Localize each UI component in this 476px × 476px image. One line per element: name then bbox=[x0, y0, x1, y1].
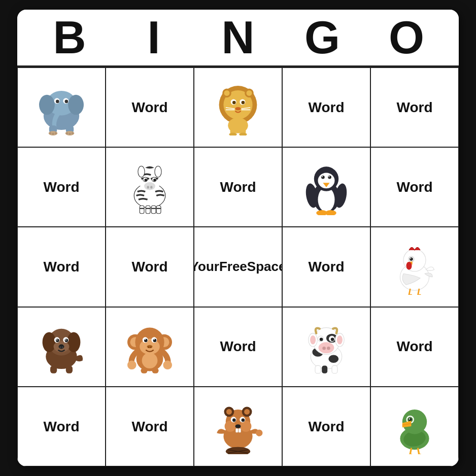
svg-rect-113 bbox=[152, 368, 158, 373]
svg-point-17 bbox=[72, 132, 74, 134]
word-cell-4-3[interactable]: Word bbox=[282, 387, 370, 466]
svg-point-160 bbox=[408, 427, 421, 432]
svg-rect-130 bbox=[315, 366, 321, 373]
svg-rect-50 bbox=[146, 206, 150, 213]
svg-point-66 bbox=[328, 176, 329, 177]
monkey-icon bbox=[122, 319, 178, 375]
elephant-icon bbox=[33, 80, 89, 135]
free-space-text: Space bbox=[247, 259, 282, 275]
svg-point-43 bbox=[145, 179, 148, 182]
word-cell-4-1[interactable]: Word bbox=[106, 387, 194, 466]
svg-point-12 bbox=[49, 132, 51, 134]
svg-point-116 bbox=[328, 355, 338, 363]
svg-point-2 bbox=[39, 94, 55, 115]
svg-point-44 bbox=[153, 179, 156, 182]
svg-point-103 bbox=[153, 339, 157, 343]
duck-icon bbox=[387, 398, 443, 454]
svg-point-22 bbox=[232, 100, 236, 104]
cell-3-0[interactable] bbox=[17, 307, 106, 387]
dog-icon bbox=[33, 319, 89, 375]
svg-point-108 bbox=[150, 347, 152, 348]
letter-g: G bbox=[282, 15, 363, 60]
svg-point-119 bbox=[319, 342, 334, 353]
svg-point-46 bbox=[150, 186, 152, 189]
svg-point-75 bbox=[410, 258, 411, 259]
word-cell-3-4[interactable]: Word bbox=[370, 307, 459, 387]
word-cell-2-0[interactable]: Word bbox=[17, 227, 106, 307]
word-cell-0-4[interactable]: Word bbox=[370, 67, 459, 147]
svg-rect-92 bbox=[66, 366, 73, 373]
cell-0-0[interactable] bbox=[17, 67, 106, 147]
word-cell-0-1[interactable]: Word bbox=[106, 67, 194, 147]
cell-3-3[interactable] bbox=[282, 307, 370, 387]
svg-rect-132 bbox=[322, 366, 327, 373]
svg-point-3 bbox=[68, 94, 84, 115]
cell-2-2[interactable]: YourFreeSpace bbox=[194, 227, 282, 307]
cell-1-3[interactable] bbox=[282, 147, 370, 227]
svg-rect-91 bbox=[50, 366, 57, 373]
word-cell-1-4[interactable]: Word bbox=[370, 147, 459, 227]
svg-point-24 bbox=[235, 107, 241, 110]
svg-point-6 bbox=[56, 99, 59, 103]
svg-point-65 bbox=[322, 176, 323, 177]
svg-point-88 bbox=[59, 345, 64, 349]
cell-4-4[interactable] bbox=[370, 387, 459, 466]
svg-point-129 bbox=[337, 335, 343, 345]
cell-2-4[interactable] bbox=[370, 227, 459, 307]
svg-point-135 bbox=[225, 421, 236, 432]
letter-n: N bbox=[197, 15, 279, 60]
svg-point-80 bbox=[67, 332, 80, 353]
word-cell-4-0[interactable]: Word bbox=[17, 387, 106, 466]
svg-point-40 bbox=[144, 182, 155, 190]
letter-i: I bbox=[113, 15, 194, 60]
svg-point-86 bbox=[56, 339, 57, 341]
svg-point-104 bbox=[145, 339, 146, 340]
cell-3-1[interactable] bbox=[106, 307, 194, 387]
svg-point-31 bbox=[224, 90, 230, 95]
svg-point-145 bbox=[235, 425, 241, 429]
word-cell-0-3[interactable]: Word bbox=[282, 67, 370, 147]
word-cell-1-0[interactable]: Word bbox=[17, 147, 106, 227]
cow-icon bbox=[298, 319, 354, 375]
svg-point-109 bbox=[142, 353, 158, 368]
word-cell-2-1[interactable]: Word bbox=[106, 227, 194, 307]
svg-point-79 bbox=[43, 332, 56, 353]
svg-rect-112 bbox=[141, 368, 147, 373]
svg-point-13 bbox=[52, 132, 54, 134]
svg-rect-51 bbox=[151, 206, 156, 213]
svg-point-23 bbox=[242, 100, 245, 104]
svg-point-120 bbox=[322, 347, 326, 350]
svg-point-37 bbox=[239, 132, 247, 135]
word-cell-2-3[interactable]: Word bbox=[282, 227, 370, 307]
svg-point-102 bbox=[144, 339, 148, 343]
svg-point-151 bbox=[256, 430, 262, 436]
svg-point-47 bbox=[138, 166, 145, 177]
svg-point-32 bbox=[247, 90, 252, 95]
svg-rect-49 bbox=[140, 206, 144, 213]
letter-o: O bbox=[366, 15, 447, 60]
cell-0-2[interactable] bbox=[194, 67, 282, 147]
svg-point-7 bbox=[65, 99, 69, 103]
svg-point-140 bbox=[244, 409, 250, 415]
svg-point-107 bbox=[148, 347, 149, 348]
bingo-card: B I N G O bbox=[17, 10, 459, 466]
word-cell-1-2[interactable]: Word bbox=[194, 147, 282, 227]
svg-point-76 bbox=[406, 262, 412, 269]
svg-point-48 bbox=[155, 166, 161, 177]
svg-point-64 bbox=[328, 176, 331, 179]
free-space-text: Free bbox=[219, 259, 247, 275]
svg-point-139 bbox=[226, 409, 232, 415]
svg-rect-131 bbox=[332, 366, 337, 373]
svg-point-87 bbox=[65, 339, 66, 341]
svg-point-136 bbox=[240, 421, 251, 432]
svg-point-128 bbox=[310, 335, 316, 345]
svg-point-106 bbox=[147, 345, 153, 349]
penguin-icon bbox=[298, 159, 354, 215]
svg-point-45 bbox=[147, 186, 149, 189]
cell-4-2[interactable] bbox=[194, 387, 282, 466]
svg-point-121 bbox=[327, 347, 330, 350]
beaver-icon bbox=[210, 398, 266, 454]
svg-point-105 bbox=[154, 339, 155, 340]
word-cell-3-2[interactable]: Word bbox=[194, 307, 282, 387]
cell-1-1[interactable] bbox=[106, 147, 194, 227]
